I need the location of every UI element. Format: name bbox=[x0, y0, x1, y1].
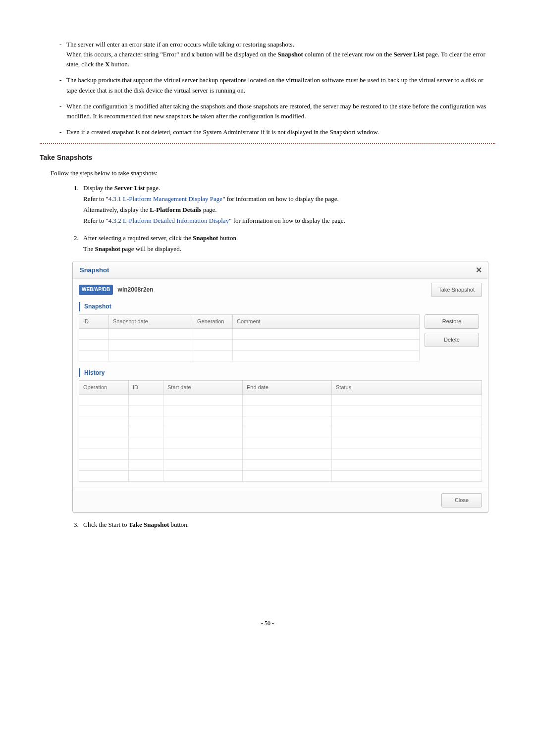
history-col-end: End date bbox=[243, 381, 332, 395]
snapshot-col-comment: Comment bbox=[233, 314, 420, 328]
snapshot-table: ID Snapshot date Generation Comment bbox=[79, 314, 420, 361]
snapshot-col-generation: Generation bbox=[193, 314, 233, 328]
table-row[interactable] bbox=[79, 339, 420, 350]
table-row[interactable] bbox=[79, 395, 482, 405]
close-button[interactable]: Close bbox=[441, 493, 482, 507]
link-432[interactable]: 4.3.2 L-Platform Detailed Information Di… bbox=[108, 217, 229, 224]
note-line: When this occurs, a character string "Er… bbox=[66, 50, 495, 69]
take-snapshot-button[interactable]: Take Snapshot bbox=[431, 283, 482, 297]
intro-text: Follow the steps below to take snapshots… bbox=[51, 168, 495, 178]
subheading-take-snapshots: Take Snapshots bbox=[40, 152, 495, 163]
snapshot-col-id: ID bbox=[79, 314, 109, 328]
restore-button[interactable]: Restore bbox=[425, 314, 479, 329]
dialog-titlebar: Snapshot ✕ bbox=[73, 261, 488, 279]
page-number: - 50 - bbox=[40, 619, 495, 628]
note-line: The server will enter an error state if … bbox=[66, 40, 495, 50]
step-1: Display the Server List page. Refer to "… bbox=[80, 183, 495, 226]
server-name: win2008r2en bbox=[118, 286, 154, 293]
history-col-id: ID bbox=[129, 381, 163, 395]
table-row[interactable] bbox=[79, 350, 420, 361]
divider-dotted bbox=[40, 143, 495, 144]
step-2: After selecting a required server, click… bbox=[80, 233, 495, 513]
history-col-status: Status bbox=[332, 381, 482, 395]
section-history-label: History bbox=[79, 368, 482, 378]
table-row[interactable] bbox=[79, 449, 482, 460]
table-row[interactable] bbox=[79, 460, 482, 471]
table-row[interactable] bbox=[79, 471, 482, 482]
dialog-title: Snapshot bbox=[80, 265, 109, 275]
history-col-start: Start date bbox=[163, 381, 243, 395]
table-row[interactable] bbox=[79, 405, 482, 416]
note-item: Even if a created snapshot is not delete… bbox=[59, 127, 495, 137]
table-row[interactable] bbox=[79, 438, 482, 449]
section-snapshot-label: Snapshot bbox=[79, 302, 482, 311]
snapshot-dialog: Snapshot ✕ WEB/AP/DB win2008r2en Take Sn… bbox=[72, 261, 488, 513]
delete-button[interactable]: Delete bbox=[425, 333, 479, 347]
server-row: WEB/AP/DB win2008r2en Take Snapshot bbox=[79, 283, 482, 297]
history-table: Operation ID Start date End date Status bbox=[79, 380, 482, 482]
table-row[interactable] bbox=[79, 427, 482, 438]
snapshot-col-date: Snapshot date bbox=[109, 314, 193, 328]
table-row[interactable] bbox=[79, 328, 420, 339]
step-3: Click the Start to Take Snapshot button. bbox=[80, 520, 495, 530]
note-item: The server will enter an error state if … bbox=[59, 40, 495, 69]
table-row[interactable] bbox=[79, 416, 482, 427]
notes-list: The server will enter an error state if … bbox=[40, 40, 495, 137]
history-col-operation: Operation bbox=[79, 381, 129, 395]
link-431[interactable]: 4.3.1 L-Platform Management Display Page bbox=[108, 195, 222, 202]
close-icon[interactable]: ✕ bbox=[476, 266, 482, 274]
note-item: The backup products that support the vir… bbox=[59, 75, 495, 95]
note-item: When the configuration is modified after… bbox=[59, 101, 495, 121]
server-type-badge: WEB/AP/DB bbox=[79, 285, 113, 295]
steps-list: Display the Server List page. Refer to "… bbox=[51, 183, 495, 530]
